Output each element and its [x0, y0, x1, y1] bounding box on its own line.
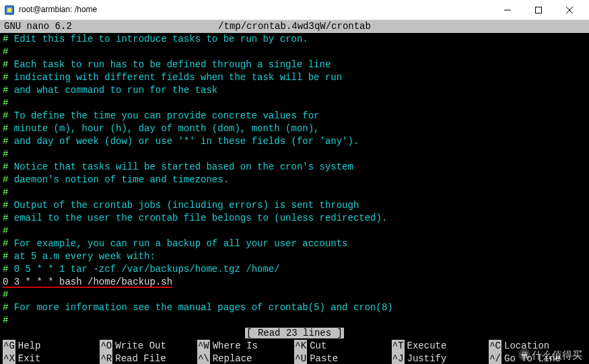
- line-text: email to the user the crontab file belon…: [8, 213, 387, 223]
- line-text: Notice that tasks will be started based …: [8, 161, 353, 172]
- line-text: [8, 98, 13, 108]
- watermark-text: 什么值得买: [532, 349, 582, 362]
- shortcut-key: ^O: [100, 340, 112, 353]
- editor-line[interactable]: #: [3, 97, 586, 110]
- shortcut-label: Execute: [407, 340, 447, 353]
- editor-line[interactable]: #: [3, 314, 586, 327]
- status-line: [ Read 23 lines ]: [0, 327, 589, 340]
- shortcut-label: Exit: [18, 353, 41, 364]
- shortcut-label: Justify: [407, 353, 447, 364]
- line-text: For more information see the manual page…: [8, 302, 392, 313]
- editor-line[interactable]: # Each task to run has to be defined thr…: [3, 59, 586, 71]
- editor-line[interactable]: # 0 5 * * 1 tar -zcf /var/backups/home.t…: [3, 263, 586, 276]
- shortcut-item[interactable]: ^GHelp: [3, 340, 100, 353]
- status-text: [ Read 23 lines ]: [245, 328, 344, 338]
- shortcut-key: ^J: [392, 353, 405, 364]
- shortcut-item[interactable]: ^OWrite Out: [100, 340, 197, 353]
- editor-line[interactable]: # For more information see the manual pa…: [3, 301, 586, 314]
- line-text: daemon's notion of time and timezones.: [8, 174, 229, 185]
- shortcut-item[interactable]: ^UPaste: [294, 353, 391, 364]
- editor-line[interactable]: # Output of the crontab jobs (including …: [3, 199, 586, 212]
- shortcut-label: Replace: [213, 353, 252, 364]
- window-titlebar: root@armbian: /home: [0, 0, 589, 20]
- editor-line[interactable]: # For example, you can run a backup of a…: [3, 238, 586, 250]
- minimize-button[interactable]: [492, 0, 523, 20]
- line-text: For example, you can run a backup of all…: [8, 238, 347, 249]
- close-button[interactable]: [554, 0, 585, 20]
- shortcut-item[interactable]: ^TExecute: [392, 340, 489, 353]
- line-text: To define the time you can provide concr…: [8, 110, 319, 121]
- shortcut-key: ^K: [294, 340, 307, 353]
- editor-line[interactable]: # email to the user the crontab file bel…: [3, 212, 586, 225]
- shortcut-item[interactable]: ^WWhere Is: [197, 340, 294, 353]
- shortcut-key: ^T: [392, 340, 405, 353]
- editor-line[interactable]: # minute (m), hour (h), day of month (do…: [3, 122, 586, 135]
- svg-rect-2: [7, 8, 11, 12]
- shortcut-key: ^C: [489, 340, 501, 353]
- shortcut-key: ^R: [100, 353, 112, 364]
- shortcut-label: Write Out: [115, 340, 166, 353]
- app-icon: [4, 5, 15, 15]
- shortcut-key: ^G: [3, 340, 15, 353]
- line-text: at 5 a.m every week with:: [8, 251, 155, 262]
- line-text: indicating with different fields when th…: [8, 72, 342, 83]
- line-text: Output of the crontab jobs (including er…: [8, 200, 359, 211]
- nano-filepath: /tmp/crontab.4wd3qW/crontab: [218, 20, 371, 33]
- editor-line[interactable]: #: [3, 186, 586, 199]
- window-controls: [492, 0, 585, 20]
- shortcut-key: ^U: [294, 353, 307, 364]
- line-text: and what command to run for the task: [8, 85, 217, 96]
- shortcut-item[interactable]: ^XExit: [3, 353, 100, 364]
- watermark-badge-icon: 值: [518, 349, 530, 361]
- editor-line[interactable]: #: [3, 225, 586, 238]
- terminal-area[interactable]: GNU nano 6.2 /tmp/crontab.4wd3qW/crontab…: [0, 20, 589, 364]
- shortcut-item[interactable]: ^\Replace: [197, 353, 294, 364]
- svg-rect-4: [536, 7, 542, 13]
- shortcut-item[interactable]: ^RRead File: [100, 353, 197, 364]
- line-text: [8, 289, 13, 300]
- line-text: 0 5 * * 1 tar -zcf /var/backups/home.tgz…: [8, 264, 279, 275]
- line-text: [8, 46, 13, 57]
- editor-line[interactable]: # and what command to run for the task: [3, 84, 586, 97]
- line-text: Each task to run has to be defined throu…: [8, 59, 331, 70]
- shortcut-key: ^/: [489, 353, 501, 364]
- shortcut-key: ^X: [3, 353, 15, 364]
- editor-line[interactable]: # Edit this file to introduce tasks to b…: [3, 33, 586, 46]
- line-text: minute (m), hour (h), day of month (dom)…: [8, 123, 319, 134]
- shortcut-label: Help: [18, 340, 41, 353]
- shortcut-bar: ^GHelp^OWrite Out^WWhere Is^KCut^TExecut…: [0, 340, 589, 364]
- nano-version: GNU nano 6.2: [4, 20, 218, 33]
- shortcut-item[interactable]: ^JJustify: [392, 353, 489, 364]
- shortcut-item[interactable]: ^KCut: [294, 340, 391, 353]
- editor-line[interactable]: # indicating with different fields when …: [3, 71, 586, 84]
- line-text: and day of week (dow) or use '*' in thes…: [8, 136, 359, 147]
- line-text: [8, 315, 13, 326]
- window-title: root@armbian: /home: [19, 5, 492, 15]
- shortcut-label: Read File: [115, 353, 166, 364]
- line-text: [8, 187, 13, 198]
- shortcut-label: Where Is: [213, 340, 258, 353]
- editor-line[interactable]: # daemon's notion of time and timezones.: [3, 174, 586, 186]
- editor-line[interactable]: # Notice that tasks will be started base…: [3, 161, 586, 174]
- editor-line[interactable]: 0 3 * * * bash /home/backup.sh: [3, 276, 586, 289]
- editor-line[interactable]: #: [3, 289, 586, 301]
- shortcut-key: ^\: [197, 353, 210, 364]
- editor-line[interactable]: #: [3, 46, 586, 59]
- line-text: [8, 149, 13, 159]
- shortcut-key: ^W: [197, 340, 210, 353]
- editor-line[interactable]: # To define the time you can provide con…: [3, 110, 586, 122]
- watermark: 值 什么值得买: [518, 349, 582, 362]
- editor-content[interactable]: # Edit this file to introduce tasks to b…: [0, 33, 589, 327]
- editor-line[interactable]: # at 5 a.m every week with:: [3, 250, 586, 263]
- line-text: [8, 225, 13, 236]
- shortcut-label: Paste: [310, 353, 338, 364]
- line-text: 0 3 * * * bash /home/backup.sh: [3, 277, 172, 287]
- editor-line[interactable]: #: [3, 148, 586, 161]
- editor-line[interactable]: # and day of week (dow) or use '*' in th…: [3, 135, 586, 148]
- maximize-button[interactable]: [523, 0, 554, 20]
- shortcut-label: Cut: [310, 340, 326, 353]
- nano-header: GNU nano 6.2 /tmp/crontab.4wd3qW/crontab: [0, 20, 589, 33]
- line-text: Edit this file to introduce tasks to be …: [8, 34, 308, 44]
